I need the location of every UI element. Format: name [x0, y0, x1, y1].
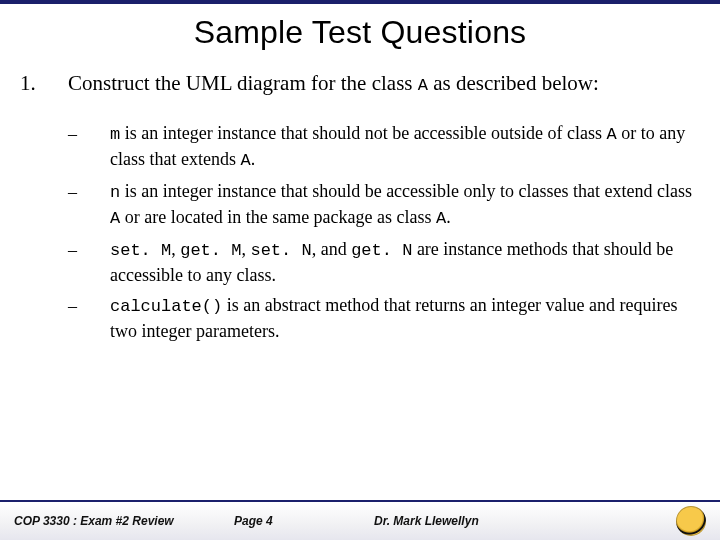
text-span: or are located in the same package as cl…: [120, 207, 436, 227]
footer-course: COP 3330 : Exam #2 Review: [14, 514, 234, 528]
prompt-class-code: A: [418, 76, 428, 95]
bullet-list: –m is an integer instance that should no…: [68, 121, 700, 343]
bullet-item: –m is an integer instance that should no…: [68, 121, 700, 173]
code-span: n: [110, 183, 120, 202]
code-span: set. M: [110, 241, 171, 260]
bullet-dash: –: [68, 179, 110, 204]
question-prompt: Construct the UML diagram for the class …: [68, 70, 599, 97]
bullet-dash: –: [68, 293, 110, 318]
bullet-text: calculate() is an abstract method that r…: [110, 293, 700, 343]
text-span: is an integer instance that should be ac…: [120, 181, 692, 201]
text-span: .: [446, 207, 451, 227]
slide-title: Sample Test Questions: [0, 14, 720, 51]
prompt-post: as described below:: [428, 71, 599, 95]
prompt-pre: Construct the UML diagram for the class: [68, 71, 418, 95]
code-span: A: [240, 151, 250, 170]
code-span: get. M: [180, 241, 241, 260]
question-number: 1.: [20, 71, 68, 96]
top-rule: [0, 0, 720, 4]
text-span: ,: [171, 239, 180, 259]
footer-page: Page 4: [234, 514, 374, 528]
bullet-item: –n is an integer instance that should be…: [68, 179, 700, 231]
code-span: A: [110, 209, 120, 228]
code-span: calculate(): [110, 297, 222, 316]
slide-content: 1. Construct the UML diagram for the cla…: [20, 70, 700, 350]
text-span: is an integer instance that should not b…: [120, 123, 606, 143]
text-span: , and: [312, 239, 352, 259]
code-span: A: [607, 125, 617, 144]
bullet-text: m is an integer instance that should not…: [110, 121, 700, 173]
code-span: set. N: [250, 241, 311, 260]
bullet-text: set. M, get. M, set. N, and get. N are i…: [110, 237, 700, 287]
footer-bar: COP 3330 : Exam #2 Review Page 4 Dr. Mar…: [0, 500, 720, 540]
bullet-item: –calculate() is an abstract method that …: [68, 293, 700, 343]
bullet-dash: –: [68, 237, 110, 262]
bullet-dash: –: [68, 121, 110, 146]
bullet-item: –set. M, get. M, set. N, and get. N are …: [68, 237, 700, 287]
question-row: 1. Construct the UML diagram for the cla…: [20, 70, 700, 97]
bullet-text: n is an integer instance that should be …: [110, 179, 700, 231]
text-span: .: [251, 149, 256, 169]
ucf-logo-icon: [676, 506, 706, 536]
code-span: A: [436, 209, 446, 228]
code-span: get. N: [351, 241, 412, 260]
code-span: m: [110, 125, 120, 144]
footer-author: Dr. Mark Llewellyn: [374, 514, 574, 528]
